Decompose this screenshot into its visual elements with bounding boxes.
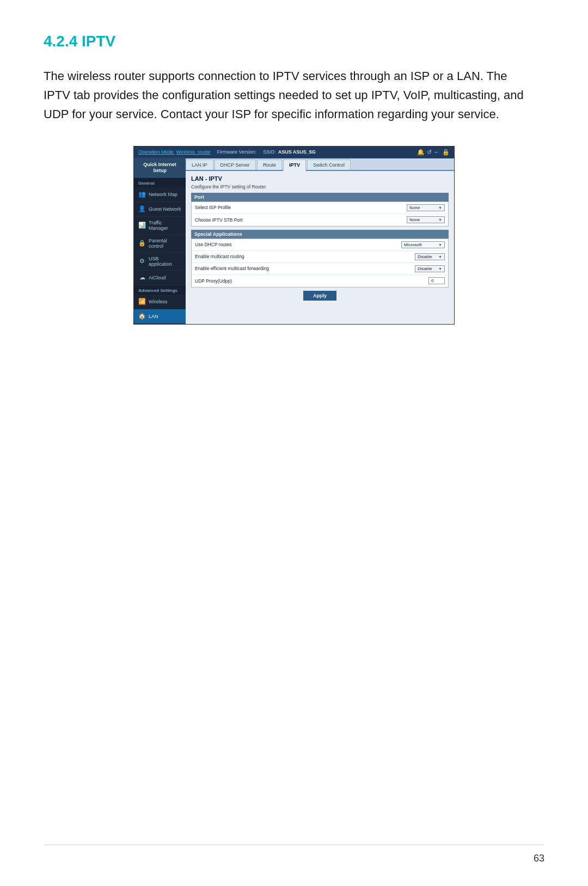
tab-iptv-label: IPTV (289, 162, 300, 168)
use-dhcp-routes-label: Use DHCP routes (195, 242, 401, 247)
enable-multicast-routing-select[interactable]: Disable ▼ (415, 253, 445, 260)
sidebar-item-lan[interactable]: 🏠 LAN (134, 309, 186, 324)
description-text: The wireless router supports connection … (44, 66, 534, 124)
tab-dhcp-server-label: DHCP Server (220, 162, 250, 168)
content-title: LAN - IPTV (191, 175, 449, 182)
enable-efficient-multicast-label: Enable efficient multicast forwarding (195, 266, 415, 271)
choose-iptv-stb-port-value: None (409, 217, 420, 222)
traffic-manager-icon: 📊 (138, 222, 146, 229)
select-isp-profile-row: Select ISP Profile None ▼ (192, 202, 448, 214)
select-isp-profile-value: None (409, 205, 420, 210)
ssid-label: SSID: (263, 149, 276, 155)
tab-switch-control-label: Switch Control (313, 162, 345, 168)
lan-icon: 🏠 (138, 313, 146, 320)
sidebar-item-aicloud[interactable]: ☁ AiCloud (134, 271, 186, 285)
tab-iptv[interactable]: IPTV (283, 160, 306, 171)
back-icon: ← (434, 149, 440, 156)
enable-efficient-multicast-row: Enable efficient multicast forwarding Di… (192, 263, 448, 275)
sidebar: Quick Internet Setup General 👥 Network M… (134, 158, 186, 324)
top-bar-left: Operation Mode: Wireless_router Firmware… (138, 149, 316, 155)
sidebar-item-traffic-manager[interactable]: 📊 Traffic Manager (134, 217, 186, 235)
content-area: LAN IP DHCP Server Route IPTV Switch Con… (186, 158, 454, 324)
use-dhcp-routes-select[interactable]: Microsoft ▼ (401, 241, 445, 248)
chevron-down-icon-4: ▼ (438, 255, 442, 259)
page-content: 4.2.4 IPTV The wireless router supports … (0, 0, 588, 368)
chevron-down-icon-2: ▼ (438, 218, 442, 222)
lan-label: LAN (149, 314, 158, 319)
apply-button[interactable]: Apply (303, 291, 336, 301)
enable-efficient-multicast-select[interactable]: Disable ▼ (415, 265, 445, 272)
choose-iptv-stb-port-row: Choose IPTV STB Port None ▼ (192, 214, 448, 226)
guest-network-label: Guest Network (149, 206, 181, 212)
tabs-bar: LAN IP DHCP Server Route IPTV Switch Con… (186, 158, 454, 171)
select-isp-profile-select[interactable]: None ▼ (407, 204, 445, 211)
port-form-section: Select ISP Profile None ▼ Choose IPTV ST… (191, 201, 449, 227)
sidebar-item-guest-network[interactable]: 👤 Guest Network (134, 202, 186, 217)
enable-multicast-routing-row: Enable multicast routing Disable ▼ (192, 251, 448, 263)
bottom-rule (44, 845, 544, 845)
aicloud-icon: ☁ (138, 274, 146, 282)
refresh-icon: ↺ (427, 149, 432, 156)
port-section-header: Port (191, 193, 449, 201)
usb-application-label: USB application (149, 256, 181, 267)
wireless-label: Wireless (149, 299, 168, 304)
wireless-icon: 📶 (138, 298, 146, 305)
choose-iptv-stb-port-control[interactable]: None ▼ (407, 216, 445, 223)
operation-mode-value: Wireless_router (176, 149, 211, 155)
quick-internet-setup[interactable]: Quick Internet Setup (134, 158, 186, 178)
tab-switch-control[interactable]: Switch Control (307, 160, 351, 170)
router-ui-screenshot: Operation Mode: Wireless_router Firmware… (133, 146, 455, 325)
special-apps-form-section: Use DHCP routes Microsoft ▼ Enable multi… (191, 239, 449, 288)
sidebar-item-parental-control[interactable]: 🔒 Parental control (134, 235, 186, 253)
tab-route-label: Route (263, 162, 276, 168)
choose-iptv-stb-port-select[interactable]: None ▼ (407, 216, 445, 223)
sidebar-item-usb-application[interactable]: ⚙ USB application (134, 253, 186, 271)
chevron-down-icon: ▼ (438, 206, 442, 210)
lock-icon: 🔒 (442, 149, 450, 156)
advanced-settings-label: Advanced Settings (134, 285, 186, 295)
udp-proxy-input[interactable]: 0 (428, 277, 445, 284)
top-bar-icons: 🔔 ↺ ← 🔒 (417, 149, 450, 156)
enable-multicast-routing-label: Enable multicast routing (195, 254, 415, 259)
parental-control-label: Parental control (149, 238, 181, 249)
enable-efficient-multicast-control[interactable]: Disable ▼ (415, 265, 445, 272)
select-isp-profile-label: Select ISP Profile (195, 205, 407, 210)
sidebar-item-wireless[interactable]: 📶 Wireless (134, 295, 186, 309)
usb-application-icon: ⚙ (138, 258, 146, 265)
network-map-icon: 👥 (138, 191, 146, 198)
tab-route[interactable]: Route (257, 160, 282, 170)
enable-efficient-multicast-value: Disable (418, 266, 432, 271)
use-dhcp-routes-value: Microsoft (404, 242, 421, 247)
enable-multicast-routing-control[interactable]: Disable ▼ (415, 253, 445, 260)
firmware-label: Firmware Version: (217, 149, 257, 155)
page-number: 63 (534, 853, 544, 864)
udp-proxy-label: UDP Proxy(Udpp) (195, 278, 428, 284)
general-section-label: General (134, 178, 186, 187)
enable-multicast-routing-value: Disable (418, 254, 432, 259)
udp-proxy-control[interactable]: 0 (428, 277, 445, 284)
operation-mode-label: Operation Mode: Wireless_router (138, 149, 211, 155)
quick-internet-label: Quick Internet Setup (143, 162, 176, 174)
chevron-down-icon-3: ▼ (438, 243, 442, 247)
traffic-manager-label: Traffic Manager (149, 220, 181, 231)
top-bar: Operation Mode: Wireless_router Firmware… (134, 146, 454, 158)
select-isp-profile-control[interactable]: None ▼ (407, 204, 445, 211)
choose-iptv-stb-port-label: Choose IPTV STB Port (195, 217, 407, 223)
chevron-down-icon-5: ▼ (438, 267, 442, 271)
use-dhcp-routes-row: Use DHCP routes Microsoft ▼ (192, 239, 448, 251)
parental-control-icon: 🔒 (138, 240, 146, 247)
main-layout: Quick Internet Setup General 👥 Network M… (134, 158, 454, 324)
use-dhcp-routes-control[interactable]: Microsoft ▼ (401, 241, 445, 248)
bell-icon: 🔔 (417, 149, 425, 156)
guest-network-icon: 👤 (138, 205, 146, 213)
tab-lan-ip-label: LAN IP (192, 162, 207, 168)
udp-proxy-row: UDP Proxy(Udpp) 0 (192, 275, 448, 287)
content-inner: LAN - IPTV Configure the IPTV setting of… (186, 171, 454, 308)
tab-lan-ip[interactable]: LAN IP (186, 160, 213, 170)
sidebar-item-network-map[interactable]: 👥 Network Map (134, 187, 186, 202)
special-apps-section-header: Special Applications (191, 230, 449, 239)
ssid-value: ASUS ASUS_5G (278, 149, 316, 155)
aicloud-label: AiCloud (149, 275, 166, 280)
tab-dhcp-server[interactable]: DHCP Server (215, 160, 256, 170)
content-subtitle: Configure the IPTV setting of Router. (191, 184, 449, 190)
